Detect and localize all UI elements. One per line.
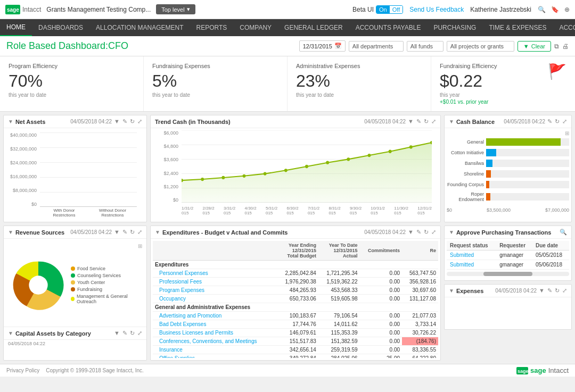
search-icon[interactable]: 🔍 <box>538 6 546 13</box>
dept-filter[interactable]: All departments <box>349 41 404 52</box>
trend-svg <box>182 130 432 203</box>
expand-chart-icon[interactable]: ⊞ <box>138 243 142 249</box>
widget-icons: ▼ ✎ ↻ ⤢ <box>114 229 142 236</box>
funds-filter[interactable]: All funds <box>407 41 443 52</box>
widget-date: 04/05/2018 04:22 <box>504 119 545 124</box>
nav-gl[interactable]: GENERAL LEDGER <box>278 19 349 36</box>
nav-home[interactable]: HOME <box>0 19 32 36</box>
search-widget-icon[interactable]: 🔍 <box>560 229 567 236</box>
status-cell[interactable]: Submitted <box>447 260 496 270</box>
privacy-link[interactable]: Privacy Policy <box>6 368 39 373</box>
edit-icon[interactable]: ✎ <box>416 118 421 125</box>
nav-time-expenses[interactable]: TIME & EXPENSES <box>482 19 553 36</box>
trend-cash-widget: Trend Cash (in Thousands) 04/05/2018 04:… <box>150 115 441 222</box>
collapse-arrow[interactable]: ▼ <box>449 119 454 124</box>
nav-allocation[interactable]: ALLOCATION MANAGEMENT <box>89 19 190 36</box>
zoom-icon[interactable]: ⊕ <box>564 6 570 13</box>
refresh-icon[interactable]: ↻ <box>130 330 135 337</box>
top-level-button[interactable]: Top level ▾ <box>156 4 195 14</box>
item-link[interactable]: Office Supplies <box>159 355 195 358</box>
pie-chart-area: Food Service Counseling Services Youth C… <box>8 251 142 319</box>
nav-purchasing[interactable]: PURCHASING <box>427 19 482 36</box>
edit-icon[interactable]: ✎ <box>547 287 552 294</box>
bar-chart: $40,000,000 $32,000,000 $24,000,000 $16,… <box>8 132 142 218</box>
collapse-arrow[interactable]: ▼ <box>8 119 13 124</box>
feedback-link[interactable]: Send Us Feedback <box>409 6 464 13</box>
collapse-arrow[interactable]: ▼ <box>155 229 160 235</box>
table-row: Personnel Expenses 2,285,042.84 1,721,29… <box>153 269 438 278</box>
filter-widget-icon[interactable]: ▼ <box>114 118 120 125</box>
kpi-sub: this year <box>440 92 566 98</box>
date-filter[interactable]: 12/31/2015 📅 <box>299 40 346 52</box>
toggle-on[interactable]: On <box>376 6 390 13</box>
expand-icon[interactable]: ⤢ <box>137 229 142 236</box>
table-row: General and Administrative Expenses <box>153 303 438 312</box>
exp-table-container[interactable]: Year Ending12/31/2015Total Budget Year T… <box>153 241 438 358</box>
item-link[interactable]: Conferences, Conventions, and Meetings <box>159 338 257 344</box>
projects-filter[interactable]: All projects or grants <box>447 41 514 52</box>
requester-cell: gmanager <box>496 260 532 270</box>
edit-icon[interactable]: ✎ <box>122 229 127 236</box>
item-link[interactable]: Advertising and Promotion <box>159 313 221 319</box>
status-cell[interactable]: Submitted <box>447 251 496 260</box>
nav-ap[interactable]: ACCOUNTS PAYABLE <box>349 19 428 36</box>
copy-icon[interactable]: ⧉ <box>554 43 559 50</box>
item-link[interactable]: Business Licenses and Permits <box>159 330 233 336</box>
item-link[interactable]: Personnel Expenses <box>159 270 208 276</box>
scrollbar[interactable] <box>447 272 569 276</box>
toggle-group[interactable]: On Off <box>376 5 403 14</box>
table-row: Submitted gmanager 05/05/2018 <box>447 251 569 260</box>
print-icon[interactable]: 🖨 <box>562 43 569 50</box>
table-row: Business Licenses and Permits 146,079.61… <box>153 329 438 337</box>
widget-header: ▼ Net Assets 04/05/2018 04:22 ▼ ✎ ↻ ⤢ <box>4 115 146 128</box>
widget-header: ▼ Expenditures - Budget v Actual and Com… <box>151 226 440 239</box>
col-ytd: Year To Date12/31/2015Actual <box>318 241 360 261</box>
refresh-icon[interactable]: ↻ <box>424 118 429 125</box>
expand-icon[interactable]: ⤢ <box>562 118 567 125</box>
svg-point-15 <box>326 161 329 164</box>
refresh-icon[interactable]: ↻ <box>130 229 135 236</box>
collapse-arrow[interactable]: ▼ <box>449 288 454 294</box>
nav-dashboards[interactable]: DASHBOARDS <box>32 19 89 36</box>
item-link[interactable]: Occupancy <box>159 296 186 302</box>
edit-icon[interactable]: ✎ <box>122 330 127 337</box>
edit-icon[interactable]: ✎ <box>416 229 421 236</box>
nav-company[interactable]: COMPANY <box>233 19 278 36</box>
widget-date: 04/05/2018 04:22 <box>495 288 537 294</box>
nav-reports[interactable]: REPORTS <box>190 19 234 36</box>
toggle-off[interactable]: Off <box>390 6 402 13</box>
expand-chart-icon[interactable]: ⊞ <box>565 130 569 136</box>
nav-ar[interactable]: ACCOUNTS RECEIVAB... <box>553 19 575 36</box>
table-row: Insurance 342,656.14 259,319.59 0.00 83,… <box>153 346 438 354</box>
legend-counseling: Counseling Services <box>71 273 140 278</box>
item-link[interactable]: Bad Debt Expenses <box>159 321 206 327</box>
edit-icon[interactable]: ✎ <box>122 118 127 125</box>
widget-title: Trend Cash (in Thousands) <box>155 119 362 125</box>
filter-widget-icon[interactable]: ▼ <box>408 229 414 236</box>
expand-icon[interactable]: ⤢ <box>137 118 142 125</box>
refresh-icon[interactable]: ↻ <box>555 118 560 125</box>
filter-widget-icon[interactable]: ▼ <box>114 330 120 337</box>
refresh-icon[interactable]: ↻ <box>555 287 560 294</box>
bookmark-icon[interactable]: 🔖 <box>551 6 559 13</box>
collapse-arrow[interactable]: ▼ <box>8 229 13 235</box>
kpi-delta: +$0.01 vs. prior year <box>440 99 566 105</box>
expand-icon[interactable]: ⤢ <box>431 229 436 236</box>
filter-widget-icon[interactable]: ▼ <box>539 287 545 294</box>
expand-icon[interactable]: ⤢ <box>562 287 567 294</box>
collapse-arrow[interactable]: ▼ <box>8 330 13 336</box>
filter-widget-icon[interactable]: ▼ <box>114 229 120 236</box>
refresh-icon[interactable]: ↻ <box>424 229 429 236</box>
filter-widget-icon[interactable]: ▼ <box>408 118 414 125</box>
expand-icon[interactable]: ⤢ <box>137 330 142 337</box>
product-name: Intacct <box>22 6 41 13</box>
item-link[interactable]: Professional Fees <box>159 279 202 285</box>
collapse-arrow[interactable]: ▼ <box>449 229 454 235</box>
item-link[interactable]: Insurance <box>159 347 183 353</box>
approve-purchasing-widget: ▼ Approve Purchasing Transactions 🔍 Requ… <box>444 226 572 281</box>
clear-button[interactable]: ▼ Clear <box>518 41 551 52</box>
edit-icon[interactable]: ✎ <box>547 118 552 125</box>
expand-icon[interactable]: ⤢ <box>431 118 436 125</box>
item-link[interactable]: Program Expenses <box>159 287 204 293</box>
refresh-icon[interactable]: ↻ <box>130 118 135 125</box>
